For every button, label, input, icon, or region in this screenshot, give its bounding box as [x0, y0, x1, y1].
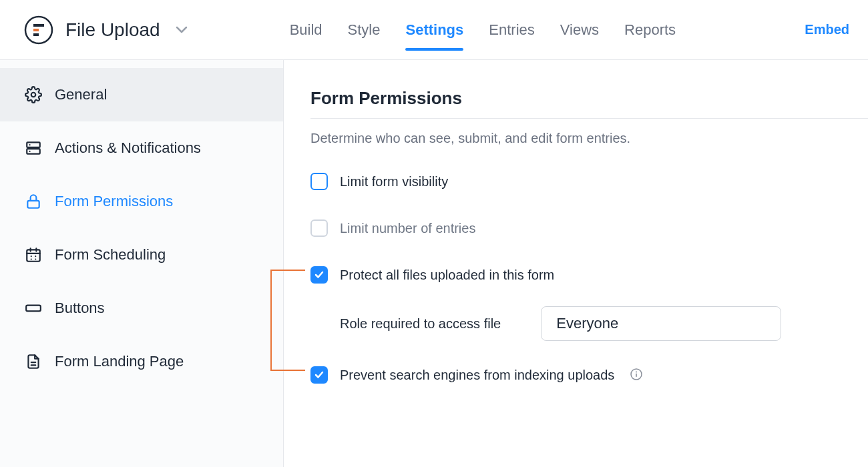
option-limit-visibility: Limit form visibility [310, 173, 868, 190]
role-select[interactable]: Everyone [541, 306, 781, 341]
sidebar-item-label: General [55, 86, 107, 103]
page-icon [24, 352, 43, 371]
stack-icon [24, 139, 43, 157]
svg-rect-5 [27, 142, 40, 147]
settings-sidebar: General Actions & Notifications Form Per… [0, 60, 284, 467]
sidebar-item-scheduling[interactable]: Form Scheduling [0, 228, 283, 282]
checkbox-limit-visibility[interactable] [310, 173, 328, 190]
calendar-icon [24, 246, 43, 264]
svg-rect-1 [33, 24, 44, 27]
checkbox-limit-entries[interactable] [310, 219, 328, 237]
sidebar-item-permissions[interactable]: Form Permissions [0, 175, 283, 228]
option-label: Protect all files uploaded in this form [340, 268, 554, 283]
gear-icon [24, 85, 43, 104]
form-switcher-chevron-icon[interactable] [172, 21, 191, 39]
sidebar-item-label: Form Scheduling [55, 246, 166, 264]
option-label: Limit number of entries [340, 221, 475, 236]
option-prevent-indexing: Prevent search engines from indexing upl… [310, 366, 868, 384]
sidebar-item-landing-page[interactable]: Form Landing Page [0, 335, 283, 388]
tab-reports[interactable]: Reports [624, 17, 676, 43]
tab-build[interactable]: Build [290, 17, 322, 43]
lock-icon [24, 192, 43, 211]
option-label: Prevent search engines from indexing upl… [340, 368, 614, 383]
option-protect-files: Protect all files uploaded in this form [310, 266, 868, 284]
header-tabs: Build Style Settings Entries Views Repor… [290, 0, 676, 59]
svg-rect-2 [33, 29, 39, 31]
form-title: File Upload [65, 19, 160, 41]
panel-divider [310, 118, 868, 119]
svg-rect-12 [636, 374, 638, 377]
sidebar-item-label: Form Permissions [55, 193, 173, 210]
option-label: Limit form visibility [340, 174, 448, 189]
sidebar-item-label: Buttons [55, 300, 105, 317]
embed-link[interactable]: Embed [805, 22, 849, 37]
app-logo-icon [24, 15, 53, 45]
sidebar-item-actions[interactable]: Actions & Notifications [0, 121, 283, 175]
button-icon [24, 299, 43, 318]
svg-rect-7 [27, 201, 39, 208]
info-icon[interactable] [630, 368, 644, 382]
checkbox-protect-files[interactable] [310, 266, 328, 284]
panel-title: Form Permissions [310, 88, 868, 109]
sidebar-item-general[interactable]: General [0, 68, 283, 121]
role-subrow: Role required to access file Everyone [340, 306, 868, 341]
svg-rect-8 [27, 250, 40, 261]
tab-entries[interactable]: Entries [489, 17, 534, 43]
header: File Upload Build Style Settings Entries… [0, 0, 868, 60]
sidebar-item-buttons[interactable]: Buttons [0, 282, 283, 335]
panel-description: Determine who can see, submit, and edit … [310, 131, 868, 146]
svg-point-11 [636, 372, 637, 373]
svg-rect-3 [33, 33, 39, 36]
sidebar-item-label: Form Landing Page [55, 353, 184, 370]
role-label: Role required to access file [340, 316, 501, 332]
svg-rect-9 [26, 306, 41, 312]
tab-settings[interactable]: Settings [405, 17, 463, 43]
svg-rect-6 [27, 149, 40, 154]
body: General Actions & Notifications Form Per… [0, 60, 868, 467]
checkbox-prevent-indexing[interactable] [310, 366, 328, 384]
option-limit-entries: Limit number of entries [310, 219, 868, 237]
tab-views[interactable]: Views [560, 17, 599, 43]
role-select-value: Everyone [556, 315, 618, 332]
sidebar-item-label: Actions & Notifications [55, 139, 201, 157]
svg-point-4 [31, 93, 36, 97]
main-panel: Form Permissions Determine who can see, … [284, 60, 868, 467]
tab-style[interactable]: Style [348, 17, 381, 43]
